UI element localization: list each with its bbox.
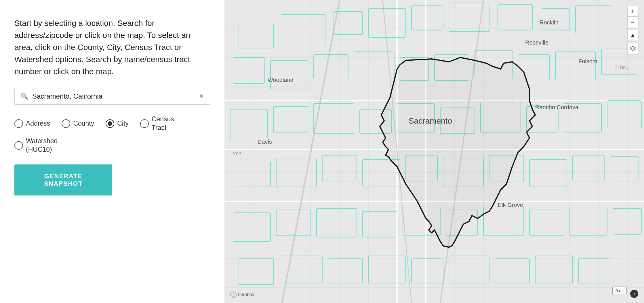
radio-label-city: City [117,119,129,128]
clear-icon[interactable]: ✕ [199,93,204,100]
svg-text:xon: xon [233,151,241,156]
left-panel: Start by selecting a location. Search fo… [0,0,224,303]
svg-marker-97 [630,46,636,49]
svg-text:Rocklin: Rocklin [540,19,559,26]
radio-circle-census-tract [140,119,149,128]
mapbox-label: mapbox [238,292,254,297]
generate-snapshot-button[interactable]: GENERATE SNAPSHOT [14,164,112,195]
map-background: Rocklin Roseville Folsom El Do... Woodla… [224,0,644,303]
radio-circle-county [62,119,70,128]
svg-text:Roseville: Roseville [525,39,548,46]
radio-group: Address County City CensusTract Watershe… [14,115,210,154]
radio-label-address: Address [26,119,50,128]
svg-text:Davis: Davis [258,139,272,145]
map-controls: + − ▲ [627,6,638,54]
radio-label-watershed: Watershed(HUC10) [26,137,58,154]
radio-label-county: County [73,119,94,128]
info-button[interactable]: i [630,290,638,298]
radio-label-census-tract: CensusTract [152,115,174,132]
search-input[interactable] [32,92,195,100]
svg-text:Woodland: Woodland [268,77,294,83]
zoom-out-button[interactable]: − [627,17,638,28]
instructions-text: Start by selecting a location. Search fo… [14,17,210,78]
radio-option-watershed[interactable]: Watershed(HUC10) [14,137,58,154]
radio-circle-address [14,119,23,128]
search-box: 🔍 ✕ [14,88,210,105]
scale-label: 5 mi [616,288,624,293]
compass-button[interactable]: ▲ [627,30,638,41]
radio-option-census-tract[interactable]: CensusTract [140,115,174,132]
radio-option-county[interactable]: County [62,119,94,128]
zoom-controls: + − [627,6,638,28]
map-area[interactable]: Rocklin Roseville Folsom El Do... Woodla… [224,0,644,303]
svg-text:Sacramento: Sacramento [409,116,452,125]
search-icon: 🔍 [20,93,28,100]
layers-button[interactable] [627,43,638,54]
radio-option-address[interactable]: Address [14,119,50,128]
radio-option-city[interactable]: City [106,119,129,128]
scale-bar: 5 mi [612,287,627,294]
radio-circle-city [106,119,114,128]
layers-icon [630,46,636,51]
mapbox-logo: ◯ mapbox [230,292,254,298]
svg-text:Folsom: Folsom [578,58,597,64]
mapbox-logo-circle: ◯ [230,292,237,298]
svg-text:Rancho Cordova: Rancho Cordova [535,104,579,110]
zoom-in-button[interactable]: + [627,6,638,17]
info-icon: i [634,291,635,296]
radio-circle-watershed [14,141,23,150]
svg-text:El Do...: El Do... [614,65,629,70]
svg-text:Elk Grove: Elk Grove [498,202,523,208]
